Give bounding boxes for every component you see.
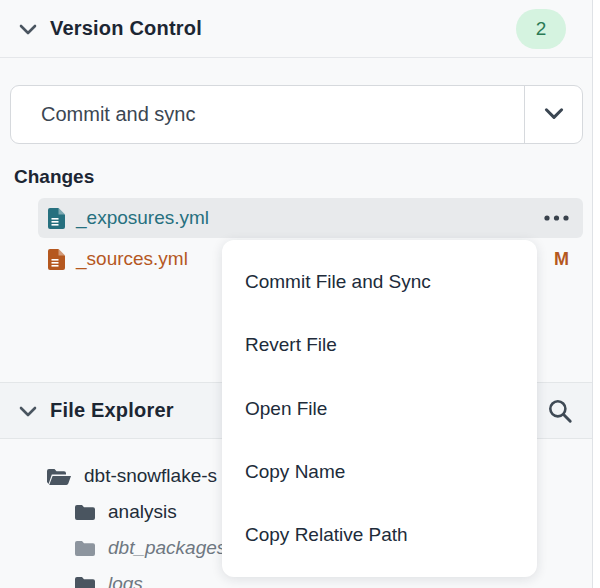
yml-file-icon bbox=[48, 249, 65, 270]
version-control-header[interactable]: Version Control 2 bbox=[0, 0, 592, 58]
file-actions-ellipsis-button[interactable] bbox=[544, 215, 569, 221]
file-context-menu: Commit File and Sync Revert File Open Fi… bbox=[222, 240, 537, 577]
menu-item-copy-relative-path[interactable]: Copy Relative Path bbox=[222, 504, 537, 567]
chevron-down-icon bbox=[541, 100, 567, 130]
menu-item-revert-file[interactable]: Revert File bbox=[222, 313, 537, 376]
menu-item-commit-file-and-sync[interactable]: Commit File and Sync bbox=[222, 250, 537, 313]
folder-icon bbox=[75, 540, 95, 556]
tree-item-label: dbt-snowflake-s bbox=[84, 465, 217, 487]
folder-icon bbox=[75, 504, 95, 520]
chevron-down-icon[interactable] bbox=[16, 399, 40, 423]
change-row-exposures[interactable]: _exposures.yml bbox=[38, 198, 583, 238]
chevron-down-icon[interactable] bbox=[16, 17, 40, 41]
commit-button-main[interactable]: Commit and sync bbox=[11, 86, 524, 143]
version-control-title: Version Control bbox=[50, 17, 202, 40]
tree-item-label: dbt_packages bbox=[108, 537, 226, 559]
tree-item-label: logs bbox=[108, 573, 143, 588]
changed-file-name: _sources.yml bbox=[76, 248, 188, 270]
commit-button-label: Commit and sync bbox=[41, 103, 196, 126]
file-explorer-title: File Explorer bbox=[50, 399, 174, 422]
changes-section-label: Changes bbox=[14, 166, 94, 188]
commit-options-dropdown[interactable] bbox=[524, 86, 582, 143]
changes-count-badge: 2 bbox=[516, 9, 566, 49]
folder-open-icon bbox=[47, 468, 71, 485]
search-icon[interactable] bbox=[546, 397, 574, 425]
changed-file-name: _exposures.yml bbox=[76, 207, 209, 229]
commit-and-sync-button[interactable]: Commit and sync bbox=[10, 85, 583, 144]
menu-item-open-file[interactable]: Open File bbox=[222, 377, 537, 440]
folder-icon bbox=[75, 576, 95, 588]
menu-item-copy-name[interactable]: Copy Name bbox=[222, 440, 537, 503]
yml-file-icon bbox=[48, 208, 65, 229]
ide-sidebar: Version Control 2 Commit and sync Change… bbox=[0, 0, 600, 588]
version-control-panel: Version Control 2 Commit and sync Change… bbox=[0, 0, 593, 588]
tree-item-label: analysis bbox=[108, 501, 177, 523]
modified-status-badge: M bbox=[554, 249, 569, 270]
